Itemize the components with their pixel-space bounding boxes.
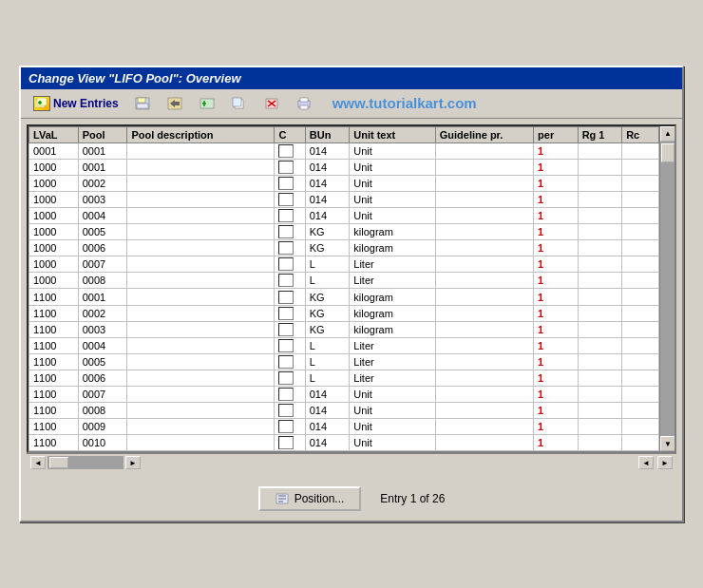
row-checkbox[interactable] [278, 420, 294, 433]
cell-desc [127, 387, 275, 403]
cell-lval: 1100 [29, 370, 79, 386]
cell-checkbox[interactable] [275, 142, 305, 159]
scroll-up-button[interactable]: ▲ [660, 126, 675, 142]
cell-checkbox[interactable] [275, 403, 305, 419]
new-entries-label: New Entries [53, 97, 119, 110]
cell-bun: KG [305, 305, 350, 321]
cell-guideline [435, 273, 533, 289]
row-checkbox[interactable] [278, 436, 294, 449]
cell-per: 1 [534, 305, 579, 321]
scroll-down-button[interactable]: ▼ [660, 436, 675, 451]
copy-button[interactable] [226, 93, 253, 114]
cell-checkbox[interactable] [275, 240, 305, 256]
h-scroll-thumb[interactable] [49, 457, 68, 468]
cell-checkbox[interactable] [275, 370, 305, 386]
back-button[interactable] [162, 93, 188, 114]
nav-prev-button[interactable]: ◄ [638, 456, 654, 469]
cell-pool: 0004 [78, 207, 127, 223]
cell-pool: 0003 [78, 191, 127, 207]
cell-checkbox[interactable] [275, 419, 305, 435]
row-checkbox[interactable] [278, 388, 294, 401]
table-row[interactable]: 11000004LLiter1 [29, 337, 659, 353]
cell-checkbox[interactable] [275, 337, 305, 353]
row-checkbox[interactable] [278, 209, 294, 222]
cell-pool: 0001 [78, 142, 127, 159]
row-checkbox[interactable] [278, 339, 294, 352]
cell-unit-text: kilogram [350, 240, 435, 256]
table-row[interactable]: 11000006LLiter1 [29, 370, 659, 386]
cell-checkbox[interactable] [275, 321, 305, 337]
table-row[interactable]: 11000003KGkilogram1 [29, 321, 659, 337]
table-row[interactable]: 11000009014Unit1 [29, 419, 659, 435]
row-checkbox[interactable] [278, 177, 294, 190]
cell-checkbox[interactable] [275, 305, 305, 321]
table-row[interactable]: 10000003014Unit1 [29, 191, 659, 207]
delete-button[interactable] [258, 93, 285, 114]
row-checkbox[interactable] [278, 241, 294, 255]
row-checkbox[interactable] [278, 257, 294, 271]
cell-lval: 1000 [29, 273, 79, 289]
scroll-thumb[interactable] [661, 143, 674, 162]
table-row[interactable]: 10000008LLiter1 [29, 273, 659, 289]
new-entries-button[interactable]: New Entries [28, 93, 124, 114]
table-row[interactable]: 10000001014Unit1 [29, 159, 659, 175]
cell-pool: 0007 [78, 256, 127, 273]
cell-bun: L [305, 353, 350, 370]
row-checkbox[interactable] [278, 161, 294, 174]
table-row[interactable]: 10000004014Unit1 [29, 207, 659, 223]
table-row[interactable]: 11000010014Unit1 [29, 435, 659, 451]
cell-checkbox[interactable] [275, 191, 305, 207]
cell-checkbox[interactable] [275, 175, 305, 191]
table-row[interactable]: 11000001KGkilogram1 [29, 289, 659, 305]
row-checkbox[interactable] [278, 193, 294, 206]
cell-checkbox[interactable] [275, 387, 305, 403]
cell-guideline [435, 387, 533, 403]
cell-checkbox[interactable] [275, 256, 305, 273]
cell-pool: 0001 [78, 159, 127, 175]
row-checkbox[interactable] [278, 291, 294, 304]
cell-desc [127, 305, 275, 321]
row-checkbox[interactable] [278, 371, 294, 385]
cell-checkbox[interactable] [275, 273, 305, 289]
save-button[interactable] [129, 93, 156, 114]
cell-checkbox[interactable] [275, 159, 305, 175]
cell-bun: L [305, 256, 350, 273]
row-checkbox[interactable] [278, 144, 294, 158]
cell-desc [127, 337, 275, 353]
table-row[interactable]: 10000006KGkilogram1 [29, 240, 659, 256]
row-checkbox[interactable] [278, 274, 294, 287]
cell-rg1 [578, 305, 622, 321]
table-row[interactable]: 00010001014Unit1 [29, 142, 659, 159]
cell-checkbox[interactable] [275, 289, 305, 305]
table-row[interactable]: 10000005KGkilogram1 [29, 224, 659, 240]
cell-checkbox[interactable] [275, 207, 305, 223]
row-checkbox[interactable] [278, 225, 294, 238]
cell-desc [127, 321, 275, 337]
svg-rect-20 [300, 105, 308, 109]
table-row[interactable]: 10000002014Unit1 [29, 175, 659, 191]
row-checkbox[interactable] [278, 307, 294, 320]
print-button[interactable] [291, 93, 317, 114]
vertical-scrollbar[interactable]: ▲ ▼ [659, 126, 674, 452]
col-header-per: per [534, 126, 579, 142]
row-checkbox[interactable] [278, 355, 294, 369]
nav-button[interactable] [194, 93, 220, 114]
cell-checkbox[interactable] [275, 435, 305, 451]
cell-per: 1 [534, 256, 579, 273]
cell-desc [127, 273, 275, 289]
cell-checkbox[interactable] [275, 353, 305, 370]
table-row[interactable]: 11000002KGkilogram1 [29, 305, 659, 321]
position-button[interactable]: Position... [258, 486, 362, 511]
copy-icon [231, 96, 248, 111]
scroll-right-button[interactable]: ► [125, 456, 141, 469]
scroll-left-button[interactable]: ◄ [30, 456, 46, 469]
row-checkbox[interactable] [278, 323, 294, 336]
cell-checkbox[interactable] [275, 224, 305, 240]
nav-next-button[interactable]: ► [657, 456, 673, 469]
row-checkbox[interactable] [278, 404, 294, 417]
table-row[interactable]: 10000007LLiter1 [29, 256, 659, 273]
table-row[interactable]: 11000005LLiter1 [29, 353, 659, 370]
table-row[interactable]: 11000008014Unit1 [29, 403, 659, 419]
cell-rg1 [578, 370, 622, 386]
table-row[interactable]: 11000007014Unit1 [29, 387, 659, 403]
